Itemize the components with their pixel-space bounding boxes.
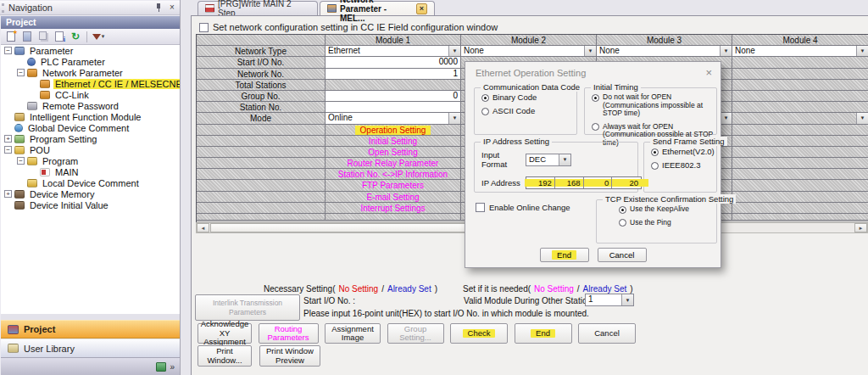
input-format-select[interactable]: DEC ▼ (526, 154, 571, 166)
open-setting-link[interactable]: Open Setting (326, 147, 461, 158)
radio-ascii-code[interactable]: ASCII Code (481, 107, 576, 115)
radio-use-the-ping[interactable]: Use the Ping (619, 219, 716, 227)
network-type-module-4-select[interactable]: None▼ (732, 46, 868, 57)
e-mail-setting-link[interactable]: E-mail Setting (326, 192, 461, 203)
check-button[interactable]: Check (450, 323, 508, 344)
ip-octet-3[interactable]: 0 (584, 177, 613, 188)
chevron-down-icon[interactable]: ▼ (584, 46, 596, 56)
chevron-down-icon[interactable]: ▼ (856, 113, 868, 123)
scroll-right-icon[interactable]: ► (854, 223, 867, 232)
chevron-right-icon[interactable]: » (170, 362, 175, 372)
collapse-icon[interactable]: − (17, 69, 25, 76)
tree-item-intelligent-function-module[interactable]: Intelligent Function Module (1, 111, 180, 122)
expand-icon[interactable]: + (4, 190, 12, 198)
group-no-module-1-input[interactable]: 0 (326, 91, 461, 102)
radio-binary-code[interactable]: Binary Code (481, 93, 576, 102)
routing-parameters-button[interactable]: Routing Parameters (259, 323, 319, 344)
radio-ethernet-v2-0[interactable]: Ethernet(V2.0) (651, 148, 716, 156)
acknowledge-xy-assignment-button[interactable]: Acknowledge XY Assignment (198, 323, 252, 344)
dialog-close-icon[interactable]: × (705, 66, 712, 79)
tree-item-device-initial-value[interactable]: Device Initial Value (1, 199, 180, 210)
dialog-end-button[interactable]: End (540, 248, 589, 262)
tree-item-local-device-comment[interactable]: Local Device Comment (1, 177, 180, 188)
interlink-transmission-parameters-button[interactable]: Interlink Transmission Parameters (195, 294, 300, 321)
tree-item-parameter[interactable]: −Parameter (1, 45, 180, 56)
filter-icon[interactable] (92, 31, 105, 43)
sidebar-tab-project[interactable]: Project (1, 320, 180, 339)
dialog-cancel-button[interactable]: Cancel (598, 248, 647, 262)
sidebar-tab-user-library[interactable]: User Library (1, 339, 180, 358)
scroll-left-icon[interactable]: ◄ (197, 223, 209, 232)
chevron-down-icon[interactable]: ▼ (448, 46, 460, 56)
info-icon[interactable] (53, 31, 66, 43)
valid-module-select[interactable]: 1 ▼ (585, 294, 634, 306)
save-icon[interactable] (156, 362, 166, 372)
mode-module-1-select[interactable]: Online▼ (326, 113, 461, 124)
close-icon[interactable]: × (167, 3, 177, 13)
network-type-module-3-select[interactable]: None▼ (597, 46, 732, 57)
group-setting-button[interactable]: Group Setting... (387, 323, 444, 344)
copy-icon[interactable] (36, 31, 50, 43)
station-no-ip-information-link[interactable]: Station No. <->IP Information (326, 169, 461, 180)
chevron-down-icon[interactable]: ▼ (448, 113, 460, 123)
chevron-down-icon[interactable]: ▼ (559, 154, 570, 165)
cancel-button[interactable]: Cancel (578, 323, 636, 344)
tree-item-main[interactable]: MAIN (1, 166, 180, 177)
tree-item-remote-password[interactable]: Remote Password (1, 100, 180, 111)
start-i-o-no-module-1-input[interactable]: 0000 (326, 57, 461, 68)
tree-item-ethernet-cc-ie-melsecnet[interactable]: Ethernet / CC IE / MELSECNET (1, 78, 180, 89)
tab-network-parameter[interactable]: Network Parameter - MEL... × (320, 1, 435, 15)
print-window-button[interactable]: Print Window... (198, 345, 252, 367)
panel-splitter[interactable] (1, 314, 180, 320)
chevron-down-icon[interactable]: ▼ (720, 46, 732, 56)
refresh-icon[interactable]: ↻ (69, 31, 82, 43)
radio-selected-icon[interactable] (619, 206, 626, 214)
ip-octet-4[interactable]: 20 (612, 177, 641, 188)
ftp-parameters-link[interactable]: FTP Parameters (326, 180, 461, 191)
assignment-image-button[interactable]: Assignment Image (325, 323, 381, 344)
network-type-module-2-select[interactable]: None▼ (461, 46, 597, 57)
tab-prg-write-main[interactable]: [PRG]Write MAIN 2 Step (198, 1, 318, 15)
radio-unselected-icon[interactable] (619, 219, 626, 227)
tree-item-network-parameter[interactable]: −Network Parameter (1, 67, 180, 78)
chevron-down-icon[interactable]: ▼ (856, 46, 868, 56)
radio-unselected-icon[interactable] (481, 108, 489, 115)
drag-handle[interactable] (2, 3, 4, 13)
interrupt-settings-link[interactable]: Interrupt Settings (326, 203, 461, 214)
new-item-icon[interactable] (4, 31, 18, 43)
collapse-icon[interactable]: − (17, 157, 25, 165)
tab-close-icon[interactable]: × (416, 3, 427, 14)
radio-selected-icon[interactable] (651, 148, 659, 156)
tree-item-plc-parameter[interactable]: PLC Parameter (1, 56, 180, 67)
collapse-icon[interactable]: − (4, 146, 12, 154)
ip-address-field[interactable]: 192168020 (526, 176, 642, 189)
radio-use-the-keepalive[interactable]: Use the KeepAlive (619, 205, 716, 214)
tree-item-program-setting[interactable]: +Program Setting (1, 133, 180, 144)
chevron-down-icon[interactable]: ▼ (621, 294, 633, 305)
tree-item-device-memory[interactable]: +Device Memory (1, 188, 180, 199)
print-window-preview-button[interactable]: Print Window Preview (259, 345, 320, 367)
operation-setting-link[interactable]: Operation Setting (326, 125, 461, 136)
radio-unselected-icon[interactable] (651, 162, 659, 170)
radio-selected-icon[interactable] (592, 94, 599, 102)
network-no-module-1-input[interactable]: 1 (326, 69, 461, 80)
ip-octet-2[interactable]: 168 (555, 177, 584, 188)
initial-setting-link[interactable]: Initial Setting (326, 136, 461, 147)
enable-online-change-checkbox[interactable] (476, 203, 485, 212)
expand-icon[interactable]: + (4, 135, 12, 143)
network-type-module-1-select[interactable]: Ethernet▼ (326, 46, 461, 57)
radio-unselected-icon[interactable] (592, 123, 599, 131)
radio-do-not-wait-for-open-communications-impossible-at-stop-time[interactable]: Do not wait for OPEN (Communications imp… (592, 93, 716, 118)
collapse-icon[interactable]: − (4, 47, 12, 54)
end-button[interactable]: End (515, 323, 572, 344)
radio-selected-icon[interactable] (481, 94, 489, 102)
tree-item-global-device-comment[interactable]: Global Device Comment (1, 122, 180, 133)
cc-ie-config-checkbox[interactable] (199, 23, 209, 32)
tree-item-program[interactable]: −Program (1, 155, 180, 166)
radio-ieee802-3[interactable]: IEEE802.3 (651, 161, 716, 170)
router-relay-parameter-link[interactable]: Router Relay Parameter (326, 158, 461, 169)
ip-octet-1[interactable]: 192 (526, 177, 555, 188)
station-no-module-1-input[interactable] (326, 102, 461, 113)
tree-item-cc-link[interactable]: CC-Link (1, 89, 180, 100)
tree-item-pou[interactable]: −POU (1, 144, 180, 155)
